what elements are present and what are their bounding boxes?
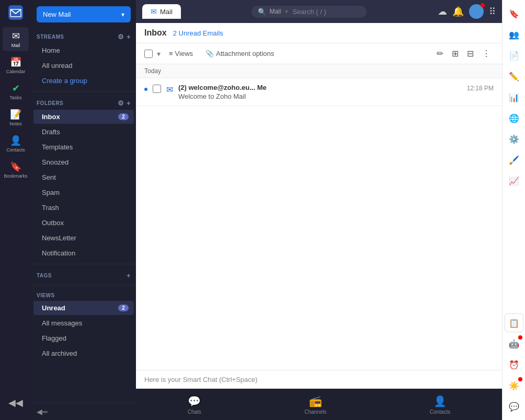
bookmarks-nav-icon: 🔖 — [10, 161, 21, 172]
sidebar-item-snoozed[interactable]: Snoozed — [33, 155, 134, 169]
toolbar-right-actions: ✏ ⊞ ⊟ ⋮ — [433, 46, 494, 61]
contacts-icon: 👤 — [433, 395, 447, 407]
toolbar-edit-icon[interactable]: ✏ — [433, 46, 447, 61]
sidebar-item-spam[interactable]: Spam — [33, 185, 134, 200]
sun-notification-dot — [518, 377, 522, 381]
search-bar[interactable]: 🔍 Mail ▾ — [252, 6, 367, 18]
mail-time: 12:18 PM — [467, 85, 494, 92]
cloud-icon[interactable]: ☁ — [438, 6, 447, 17]
right-brush-icon[interactable]: 🖌️ — [505, 150, 523, 169]
attachment-options-button[interactable]: 📎 Attachment options — [201, 48, 278, 60]
sidebar-item-all-archived[interactable]: All archived — [33, 346, 134, 360]
tags-add-icon[interactable]: + — [127, 272, 131, 279]
right-clock-icon[interactable]: ⏰ — [505, 355, 523, 374]
new-mail-chevron-icon: ▾ — [121, 11, 124, 18]
views-section-header: VIEWS — [31, 288, 136, 300]
streams-add-icon[interactable]: + — [127, 33, 131, 41]
channels-icon: 📻 — [309, 395, 322, 407]
mail-view: Inbox 2 Unread Emails ▾ ≡ Views 📎 Attach… — [136, 23, 502, 389]
sidebar-item-newsletter[interactable]: NewsLetter — [33, 231, 134, 245]
apps-grid-icon[interactable]: ⠿ — [489, 6, 496, 17]
nav-contacts[interactable]: 👤 Contacts — [3, 132, 29, 156]
tags-section-header: TAGS + — [31, 267, 136, 282]
views-icon: ≡ — [169, 50, 173, 57]
sidebar-item-trash[interactable]: Trash — [33, 201, 134, 215]
right-sidebar: 🔖 👥 📄 ✏️ 📊 🌐 ⚙️ 🖌️ 📈 📋 🤖 ⏰ ☀️ 💬 — [502, 0, 525, 420]
sidebar-item-home[interactable]: Home — [33, 43, 134, 57]
mail-tab[interactable]: ✉ Mail — [142, 4, 181, 19]
sidebar-item-unread[interactable]: Unread 2 — [33, 301, 134, 315]
sidebar-item-drafts[interactable]: Drafts — [33, 125, 134, 139]
nav-collapse[interactable]: ◀◀ — [3, 394, 29, 412]
unread-count-badge: 2 Unread Emails — [173, 29, 223, 37]
toolbar-split-icon[interactable]: ⊞ — [449, 46, 462, 61]
mail-view-container: Inbox 2 Unread Emails ▾ ≡ Views 📎 Attach… — [136, 23, 502, 420]
smart-chat-bar[interactable]: Here is your Smart Chat (Ctrl+Space) — [136, 370, 502, 389]
mail-sidebar: New Mail ▾ STREAMS ⚙ + Home All unread C… — [31, 0, 136, 420]
right-add-note-icon[interactable]: 📋 — [505, 313, 523, 332]
bottom-nav-channels[interactable]: 📻 Channels — [296, 392, 335, 418]
streams-settings-icon[interactable]: ⚙ — [118, 33, 124, 41]
nav-tasks[interactable]: ✔ Tasks — [3, 79, 29, 103]
mail-list: ✉ (2) welcome@zoho.eu... Me Welcome to Z… — [136, 78, 502, 370]
sidebar-collapse-btn[interactable]: ◀═ — [31, 403, 136, 420]
bottom-nav-contacts[interactable]: 👤 Contacts — [421, 392, 459, 418]
smart-chat-placeholder: Here is your Smart Chat (Ctrl+Space) — [144, 376, 257, 383]
notes-nav-icon: 📝 — [10, 109, 21, 120]
folders-settings-icon[interactable]: ⚙ — [118, 99, 124, 107]
agent-notification-dot — [518, 335, 522, 340]
right-chart-icon[interactable]: 📊 — [505, 88, 523, 107]
create-group-item[interactable]: Create a group — [33, 74, 134, 88]
toolbar-grid-icon[interactable]: ⊟ — [464, 46, 477, 61]
search-icon: 🔍 — [258, 8, 266, 16]
search-input[interactable] — [292, 8, 360, 16]
nav-bookmarks[interactable]: 🔖 Bookmarks — [3, 158, 29, 182]
contacts-nav-icon: 👤 — [10, 135, 21, 146]
nav-notes[interactable]: 📝 Notes — [3, 106, 29, 130]
nav-mail[interactable]: ✉ Mail — [3, 27, 29, 51]
sidebar-item-all-unread[interactable]: All unread — [33, 59, 134, 73]
streams-section-header: STREAMS ⚙ + — [31, 29, 136, 43]
right-graph-icon[interactable]: 📈 — [505, 171, 523, 190]
user-avatar[interactable] — [469, 4, 484, 19]
right-chat-icon[interactable]: 💬 — [505, 397, 523, 416]
right-agent-icon[interactable]: 🤖 — [505, 334, 523, 353]
sidebar-item-templates[interactable]: Templates — [33, 140, 134, 154]
chats-icon: 💬 — [188, 395, 201, 407]
toolbar-more-icon[interactable]: ⋮ — [479, 46, 494, 61]
mail-header: Inbox 2 Unread Emails — [136, 23, 502, 43]
sidebar-item-outbox[interactable]: Outbox — [33, 216, 134, 230]
right-globe-icon[interactable]: 🌐 — [505, 109, 523, 127]
right-settings-icon[interactable]: ⚙️ — [505, 130, 523, 148]
notification-bell-icon[interactable]: 🔔 — [452, 6, 464, 17]
mail-subject: Welcome to Zoho Mail — [178, 92, 462, 100]
right-doc-icon[interactable]: 📄 — [505, 46, 523, 65]
mail-item[interactable]: ✉ (2) welcome@zoho.eu... Me Welcome to Z… — [136, 78, 502, 106]
sidebar-item-flagged[interactable]: Flagged — [33, 331, 134, 345]
mail-toolbar: ▾ ≡ Views 📎 Attachment options ✏ ⊞ ⊟ ⋮ — [136, 43, 502, 64]
top-bar-left: ✉ Mail — [142, 4, 181, 19]
sidebar-item-sent[interactable]: Sent — [33, 170, 134, 184]
sidebar-item-inbox[interactable]: Inbox 2 — [33, 110, 134, 124]
select-all-checkbox[interactable] — [144, 50, 153, 58]
views-button[interactable]: ≡ Views — [165, 48, 197, 60]
right-sun-icon[interactable]: ☀️ — [505, 376, 523, 395]
bottom-nav: 💬 Chats 📻 Channels 👤 Contacts — [136, 389, 502, 420]
main-content: ✉ Mail 🔍 Mail ▾ ☁ 🔔 ⠿ Inbox 2 Unread Ema… — [136, 0, 502, 420]
right-pencil-icon[interactable]: ✏️ — [505, 67, 523, 86]
avatar-notification-dot — [481, 3, 485, 7]
right-users-icon[interactable]: 👥 — [505, 25, 523, 44]
sidebar-item-notification[interactable]: Notification — [33, 246, 134, 260]
mail-checkbox[interactable] — [153, 85, 161, 93]
new-mail-button[interactable]: New Mail ▾ — [37, 6, 131, 22]
toolbar-dropdown-icon[interactable]: ▾ — [157, 50, 161, 58]
sidebar-item-all-messages[interactable]: All messages — [33, 316, 134, 330]
unread-indicator — [144, 88, 147, 91]
sidebar-divider-3 — [31, 285, 136, 285]
nav-calendar[interactable]: 📅 Calendar — [3, 53, 29, 77]
bottom-nav-chats[interactable]: 💬 Chats — [179, 392, 210, 418]
mail-nav-icon: ✉ — [12, 30, 20, 42]
folders-add-icon[interactable]: + — [127, 99, 131, 107]
right-bookmark-icon[interactable]: 🔖 — [505, 4, 523, 23]
collapse-sidebar-icon: ◀═ — [37, 407, 48, 416]
